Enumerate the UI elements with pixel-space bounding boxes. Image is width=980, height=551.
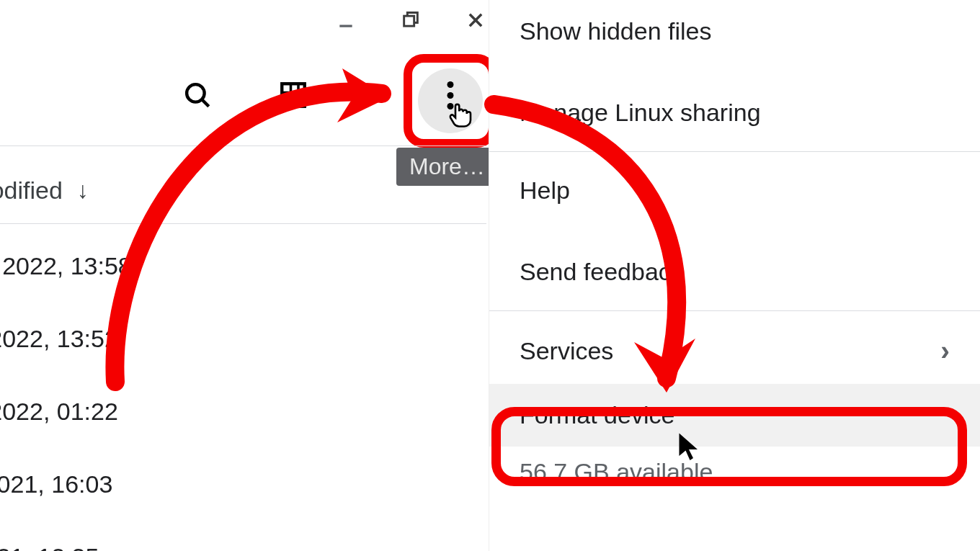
storage-available: 56.7 GB available	[489, 447, 980, 503]
menu-label: Services	[520, 337, 613, 365]
grid-view-icon[interactable]	[276, 78, 311, 112]
menu-label: Format device	[520, 401, 674, 429]
table-row[interactable]: 19, 2021, 16:03	[0, 470, 132, 498]
column-header-date-modified[interactable]: e modified ↓	[0, 176, 89, 205]
divider	[0, 145, 486, 146]
minimize-button[interactable]	[331, 6, 360, 35]
menu-services[interactable]: Services ›	[489, 318, 980, 384]
menu-format-device[interactable]: Format device	[489, 384, 980, 447]
table-row[interactable]: y 5, 2022, 01:22	[0, 398, 132, 426]
menu-show-hidden-files[interactable]: Show hidden files	[489, 0, 980, 63]
more-tooltip: More…	[396, 148, 498, 186]
table-row[interactable]: y 6, 2022, 13:52	[0, 325, 132, 353]
menu-send-feedback[interactable]: Send feedback	[489, 241, 980, 303]
more-button-highlight	[404, 54, 497, 148]
search-icon[interactable]	[180, 78, 215, 112]
menu-help[interactable]: Help	[489, 159, 980, 222]
hand-cursor-icon	[445, 99, 476, 129]
close-button[interactable]	[461, 6, 490, 35]
more-button[interactable]	[418, 68, 483, 133]
toolbar	[180, 78, 311, 112]
menu-label: Manage Linux sharing	[520, 99, 761, 127]
file-list: y 10, 2022, 13:58 y 6, 2022, 13:52 y 5, …	[0, 252, 132, 551]
table-row[interactable]: y 10, 2022, 13:58	[0, 252, 132, 280]
menu-manage-linux-sharing[interactable]: Manage Linux sharing	[489, 81, 980, 144]
chevron-right-icon: ›	[940, 336, 950, 367]
column-label: e modified	[0, 176, 63, 205]
svg-rect-1	[404, 16, 414, 26]
more-menu: Show hidden files Manage Linux sharing H…	[489, 0, 980, 551]
svg-rect-0	[339, 25, 352, 27]
svg-rect-3	[282, 84, 305, 107]
svg-point-2	[187, 84, 205, 102]
menu-label: Help	[520, 176, 570, 205]
maximize-button[interactable]	[396, 6, 425, 35]
window-controls	[331, 6, 490, 35]
menu-label: Send feedback	[520, 258, 683, 286]
menu-label: Show hidden files	[520, 17, 712, 45]
table-row[interactable]: 6, 2021, 12:35	[0, 543, 132, 551]
divider	[0, 223, 486, 224]
sort-descending-icon: ↓	[77, 177, 89, 204]
